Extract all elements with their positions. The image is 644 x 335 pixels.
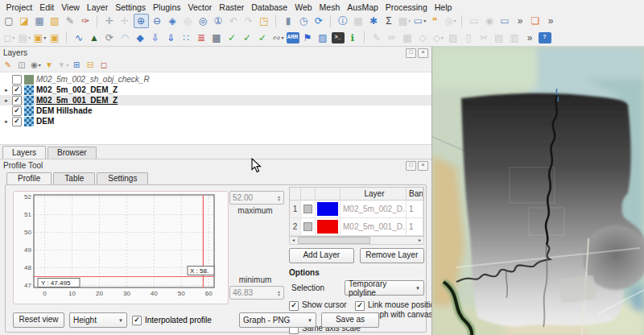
link-mouse-checkbox[interactable]: ✓ [355,301,365,311]
table-h-scrollbar[interactable]: ◂ ▸ [289,237,424,245]
show-cursor-option[interactable]: ✓ Show cursor [289,300,355,311]
add-feature-icon[interactable]: ✏ [386,31,399,44]
map-canvas[interactable] [431,47,644,335]
check-single-icon[interactable]: ✓ [256,31,270,44]
add-group-icon[interactable]: ◫ [16,59,28,71]
vertex-tool-icon[interactable]: ◇▾ [431,31,445,44]
menu-item[interactable]: Plugins [150,2,184,12]
panel-close-icon[interactable]: × [418,48,428,58]
interpolation-icon[interactable]: ▨ [316,31,330,44]
panel-float-icon[interactable]: □ [406,161,416,171]
copy-features-icon[interactable]: ▤ [493,31,506,44]
layer-import-icon[interactable]: ⇩ [149,31,163,44]
flag-tool-icon[interactable]: ⚑ [301,31,315,44]
layer-styling-icon[interactable]: ✎ [2,59,14,71]
menu-item[interactable]: Processing [382,2,431,12]
minimum-spinbox[interactable]: 46.83 ▲▼ [229,286,284,300]
pan-map-icon[interactable]: ✛ [103,14,117,28]
attribute-table-icon[interactable]: ▦ [352,14,365,28]
profile-table-row[interactable]: 2 M02_5m_001_D... 1 [290,218,423,236]
layer-export-icon[interactable]: ⇓ [164,31,178,44]
tab-settings[interactable]: Settings [97,172,148,184]
dock-tab-browser[interactable]: Browser [47,147,97,159]
decorations-icon[interactable]: ▭ [498,14,512,28]
expand-arrow-icon[interactable]: ▸ [3,97,10,104]
expand-arrow-icon[interactable]: ▸ [3,118,10,125]
menu-item[interactable]: View [58,2,84,12]
color-swatch[interactable] [316,218,341,235]
toolbar-overflow2-icon[interactable]: » [544,14,558,28]
height-combo[interactable]: Height ▼ [69,312,127,328]
layer-item[interactable]: M02_5m_002_sh_obj_check_R [0,74,431,85]
menu-item[interactable]: Help [431,2,456,12]
toolbar-overflow3-icon[interactable]: » [523,31,537,44]
check-topology-icon[interactable]: ✓ [225,31,239,44]
filter-legend-icon[interactable]: ▼ [43,59,56,71]
remove-layer-icon[interactable]: ◻ [98,59,110,71]
tcp-connection-icon[interactable]: ∷ [180,31,193,44]
interpolated-option[interactable]: ✓ Interpolated profile [132,315,212,325]
zoom-in-icon[interactable]: ⊕ [134,14,149,28]
arr-tool-icon[interactable]: ARR [287,32,299,43]
move-label-icon[interactable]: ▣ [48,31,62,44]
menu-item[interactable]: Settings [112,2,150,12]
reset-view-button[interactable]: Reset view [13,312,64,328]
statistics-icon[interactable]: Σ [382,14,396,28]
node-tool-icon[interactable]: ◇ [416,31,430,44]
select-by-value-icon[interactable]: ▣▾ [33,31,47,44]
menu-item[interactable]: Edit [36,2,58,12]
identify-features-icon[interactable]: ⓘ [336,14,350,28]
deselect-features-icon[interactable]: ▤▾ [18,31,31,44]
select-features-icon[interactable]: ◻▾ [2,31,16,44]
pin-labels-icon[interactable]: ◉ [483,14,497,28]
dock-tab-layers[interactable]: Layers [2,146,46,159]
attachment-icon[interactable]: ∾▾ [271,31,285,44]
interpolated-checkbox[interactable]: ✓ [132,316,142,325]
refresh-icon[interactable]: ⟳ [312,14,326,28]
map-themes-icon[interactable]: ◉▾ [30,59,42,71]
toggle-editing-icon[interactable]: ✎ [370,31,384,44]
menu-item[interactable]: Layer [83,2,111,12]
show-cursor-checkbox[interactable]: ✓ [289,301,299,311]
maximum-spinbox[interactable]: 52.00 ▲▼ [229,191,284,205]
menu-item[interactable]: Project [2,2,36,12]
scroll-thumb[interactable] [298,237,370,244]
processing-toolbox-icon[interactable]: ✱ [367,14,381,28]
profile-table-row[interactable]: 1 M02_5m_002_D... 1 [290,201,423,218]
open-project-icon[interactable]: ◪ [18,14,31,28]
save-as-template-icon[interactable]: ▨ [48,14,62,28]
modify-attributes-icon[interactable]: ▨ [447,31,460,44]
feature-info-icon[interactable]: ℹ [346,31,360,44]
zoom-next-icon[interactable]: ↷ [242,14,256,28]
layer-checkbox[interactable]: ✓ [12,106,22,116]
map-tips-icon[interactable]: ❝ [428,14,442,28]
profile-plot[interactable]: 0102030405060474849505152Y : 47.495X : 5… [16,193,222,298]
remove-layer-button[interactable]: Remove Layer [360,248,425,263]
layer-item[interactable]: ▸ ✓ M02_5m_002_DEM_Z [0,85,431,95]
layer-checkbox[interactable]: ✓ [12,96,22,105]
check-quick-icon[interactable]: ✓ [241,31,254,44]
row-checkbox[interactable] [301,218,316,235]
save-project-icon[interactable]: ▦ [33,14,47,28]
toolbar-overflow-icon[interactable]: » [514,14,527,28]
zoom-bookmark-icon[interactable]: ◎▾ [444,14,457,28]
label-toolbar-icon[interactable]: ▭ [468,14,481,28]
delete-selected-icon[interactable]: ▯ [462,31,476,44]
collapse-all-icon[interactable]: ⊟ [85,59,97,71]
layers-table-icon[interactable]: ▦▾ [398,14,411,28]
menu-item[interactable]: Vector [184,2,216,12]
geometry-checker-icon[interactable]: ◆ [134,31,147,44]
layer-checkbox[interactable]: ✓ [12,85,22,95]
layout-manager-icon[interactable]: ✎ [64,14,77,28]
panel-float-icon[interactable]: □ [406,48,416,58]
scroll-left-icon[interactable]: ◂ [290,237,297,244]
new-map-view-icon[interactable]: ◳ [258,14,271,28]
save-edits-icon[interactable]: ▦ [401,31,415,44]
menu-item[interactable]: AusMap [344,2,382,12]
zoom-out-icon[interactable]: ⊖ [151,14,164,28]
pan-to-selection-icon[interactable]: ✛ [118,14,132,28]
measure-icon[interactable]: ▭▾ [413,14,427,28]
new-project-icon[interactable]: ▢ [2,14,16,28]
layer-item[interactable]: ▸ ✓ M02_5m_001_DEM_Z [0,95,431,105]
tab-profile[interactable]: Profile [6,172,52,184]
